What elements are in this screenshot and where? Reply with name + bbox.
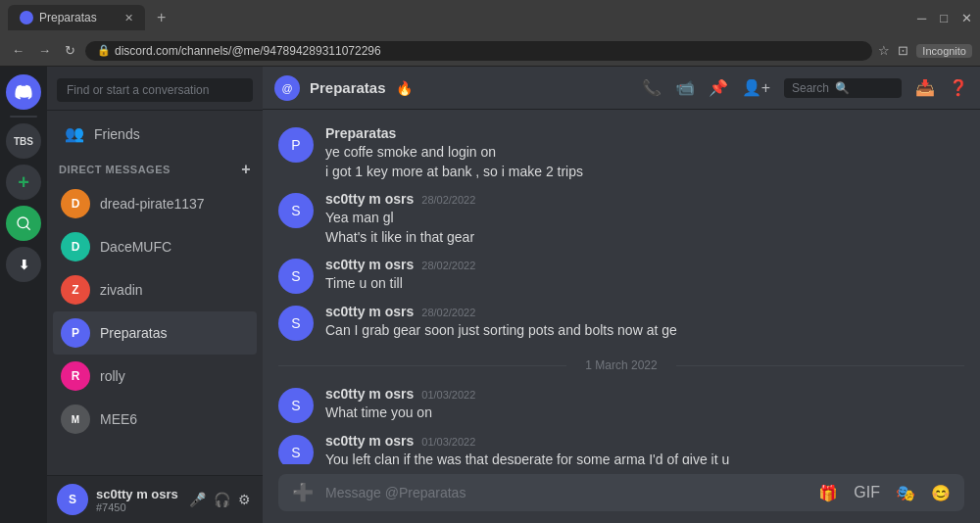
dm-item-mee6[interactable]: M MEE6 [53, 398, 257, 441]
address-bar-row: ← → ↻ 🔒 discord.com/channels/@me/9478942… [0, 35, 980, 67]
dm-item-rolly[interactable]: R rolly [53, 355, 257, 398]
avatar-preparatas: P [61, 318, 90, 348]
message-avatar: P [278, 127, 314, 163]
message-text: ye coffe smoke and login on [325, 143, 964, 163]
star-icon[interactable]: ☆ [878, 43, 890, 58]
address-bar[interactable]: 🔒 discord.com/channels/@me/9478942893110… [85, 41, 872, 61]
message-timestamp: 28/02/2022 [421, 260, 475, 271]
dm-item-preparatas[interactable]: P Preparatas [53, 311, 257, 355]
attach-button[interactable]: ➕ [288, 474, 318, 511]
header-actions: 📞 📹 📌 👤+ Search 🔍 📥 ❓ [642, 78, 968, 98]
inbox-button[interactable]: 📥 [915, 78, 935, 97]
channel-sidebar: Find or start a conversation 👥 Friends D… [47, 67, 263, 523]
message-username: sc0tty m osrs [325, 304, 414, 319]
chat-header-name: Preparatas [310, 79, 386, 96]
server-icon-explore[interactable] [6, 206, 41, 241]
dm-name-mee6: MEE6 [100, 411, 137, 427]
user-info: sc0tty m osrs #7450 [96, 487, 179, 513]
friends-nav-item[interactable]: 👥 Friends [53, 117, 257, 151]
emoji-button[interactable]: 😊 [927, 480, 955, 506]
date-divider: 1 March 2022 [278, 358, 964, 372]
mute-button[interactable]: 🎤 [187, 490, 208, 509]
dm-item-dacemufc[interactable]: D DaceMUFC [53, 225, 257, 268]
search-area: Find or start a conversation [47, 67, 263, 111]
message-group: S sc0tty m osrs 28/02/2022 Can I grab ge… [278, 300, 964, 345]
friends-icon: 👥 [65, 124, 84, 143]
chat-search-icon: 🔍 [835, 81, 850, 95]
message-group: S sc0tty m osrs 28/02/2022 Yea man gl Wh… [278, 187, 964, 251]
message-username: sc0tty m osrs [325, 257, 414, 272]
user-area: S sc0tty m osrs #7450 🎤 🎧 ⚙ [47, 475, 263, 523]
incognito-badge: Incognito [916, 44, 972, 58]
chat-search[interactable]: Search 🔍 [784, 78, 902, 98]
chat-area: @ Preparatas 🔥 📞 📹 📌 👤+ Search 🔍 📥 ❓ [263, 67, 980, 523]
user-tag: #7450 [96, 501, 179, 513]
server-icon-tbs[interactable]: TBS [6, 123, 41, 159]
avatar-dacemufc: D [61, 232, 90, 262]
dm-name-preparatas: Preparatas [100, 325, 167, 341]
message-username: sc0tty m osrs [325, 191, 414, 207]
message-text: Can I grab gear soon just sorting pots a… [325, 321, 964, 341]
minimize-button[interactable]: ─ [917, 11, 926, 25]
dm-name-dread: dread-pirate1137 [100, 196, 205, 212]
back-button[interactable]: ← [8, 43, 28, 58]
refresh-button[interactable]: ↻ [61, 43, 79, 58]
server-icon-add[interactable]: + [6, 165, 41, 200]
message-header: sc0tty m osrs 28/02/2022 [325, 257, 964, 272]
maximize-button[interactable]: □ [940, 11, 948, 25]
conversation-search[interactable]: Find or start a conversation [57, 78, 253, 102]
browser-chrome: Preparatas ✕ + ─ □ ✕ [0, 0, 980, 35]
chat-header: @ Preparatas 🔥 📞 📹 📌 👤+ Search 🔍 📥 ❓ [263, 67, 980, 110]
close-button[interactable]: ✕ [961, 11, 972, 25]
message-header: sc0tty m osrs 28/02/2022 [325, 191, 964, 207]
settings-button[interactable]: ⚙ [236, 490, 253, 509]
dm-item-dread[interactable]: D dread-pirate1137 [53, 182, 257, 225]
dm-name-dacemufc: DaceMUFC [100, 239, 172, 255]
discord-layout: TBS + ⬇ Find or start a conversation 👥 F… [0, 67, 980, 523]
dm-name-zivadin: zivadin [100, 282, 143, 298]
new-tab-button[interactable]: + [151, 9, 172, 26]
message-text: i got 1 key more at bank , so i make 2 t… [325, 163, 964, 182]
message-timestamp: 01/03/2022 [421, 389, 475, 401]
deafen-button[interactable]: 🎧 [212, 490, 232, 509]
message-timestamp: 28/02/2022 [421, 194, 475, 206]
message-header: Preparatas [325, 125, 964, 141]
message-header: sc0tty m osrs 01/03/2022 [325, 433, 964, 449]
search-placeholder: Find or start a conversation [67, 83, 209, 97]
message-input[interactable] [325, 475, 807, 510]
message-content: sc0tty m osrs 01/03/2022 What time you o… [325, 386, 964, 423]
tab-title: Preparatas [39, 11, 97, 24]
server-icon-dm[interactable]: ⬇ [6, 247, 41, 282]
url-text: discord.com/channels/@me/947894289311072… [115, 44, 381, 58]
gif-button[interactable]: GIF [850, 480, 884, 506]
tab-favicon [20, 11, 33, 24]
add-friend-button[interactable]: 👤+ [742, 78, 770, 97]
message-text: Time u on till [325, 274, 964, 294]
message-group: S sc0tty m osrs 01/03/2022 You left clan… [278, 429, 964, 464]
video-button[interactable]: 📹 [675, 78, 695, 97]
forward-button[interactable]: → [34, 43, 55, 58]
message-timestamp: 28/02/2022 [421, 307, 475, 318]
cast-icon[interactable]: ⊡ [898, 43, 908, 58]
dm-add-button[interactable]: + [241, 161, 251, 178]
chat-search-placeholder: Search [792, 81, 829, 95]
tab-close-button[interactable]: ✕ [124, 12, 133, 24]
server-sidebar: TBS + ⬇ [0, 67, 47, 523]
dm-item-zivadin[interactable]: Z zivadin [53, 268, 257, 311]
message-avatar: S [278, 435, 314, 464]
message-input-wrap: ➕ 🎁 GIF 🎭 😊 [278, 474, 964, 511]
message-timestamp: 01/03/2022 [421, 436, 475, 448]
sticker-button[interactable]: 🎭 [892, 480, 919, 506]
browser-tab[interactable]: Preparatas ✕ [8, 5, 145, 30]
message-content: sc0tty m osrs 28/02/2022 Can I grab gear… [325, 304, 964, 341]
message-input-area: ➕ 🎁 GIF 🎭 😊 [263, 464, 980, 523]
gift-button[interactable]: 🎁 [814, 480, 842, 506]
call-button[interactable]: 📞 [642, 78, 662, 97]
pin-button[interactable]: 📌 [709, 78, 728, 97]
chat-header-emoji: 🔥 [396, 80, 413, 96]
help-button[interactable]: ❓ [949, 78, 968, 97]
server-icon-home[interactable] [6, 74, 41, 110]
message-content: sc0tty m osrs 01/03/2022 You left clan i… [325, 433, 964, 464]
message-avatar: S [278, 259, 314, 294]
message-avatar: S [278, 388, 314, 423]
